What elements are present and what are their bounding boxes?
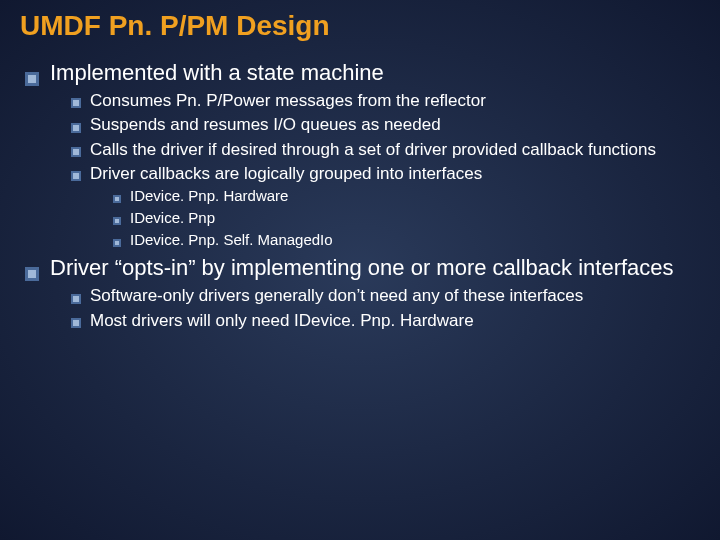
bullet-icon — [70, 93, 82, 114]
list-item: Implemented with a state machine Consume… — [50, 60, 700, 249]
bullet-icon — [70, 289, 82, 310]
bullet-icon — [70, 166, 82, 187]
bullet-list: Software-only drivers generally don’t ne… — [90, 285, 700, 331]
bullet-icon — [70, 142, 82, 163]
list-item-text: Software-only drivers generally don’t ne… — [90, 286, 583, 305]
list-item: Calls the driver if desired through a se… — [90, 139, 700, 160]
list-item-text: Driver “opts-in” by implementing one or … — [50, 255, 674, 280]
svg-rect-9 — [73, 173, 79, 179]
list-item-text: Consumes Pn. P/Power messages from the r… — [90, 91, 486, 110]
list-item: Driver callbacks are logically grouped i… — [90, 163, 700, 250]
list-item: IDevice. Pnp — [130, 209, 700, 228]
svg-rect-21 — [73, 320, 79, 326]
slide: UMDF Pn. P/PM Design Implemented with a … — [0, 0, 720, 540]
svg-rect-5 — [73, 125, 79, 131]
svg-rect-11 — [115, 197, 119, 201]
svg-rect-19 — [73, 296, 79, 302]
bullet-list: Consumes Pn. P/Power messages from the r… — [90, 90, 700, 249]
svg-rect-17 — [28, 270, 36, 278]
list-item-text: Calls the driver if desired through a se… — [90, 140, 656, 159]
list-item-text: IDevice. Pnp. Self. ManagedIo — [130, 231, 333, 248]
list-item-text: Implemented with a state machine — [50, 60, 384, 85]
list-item: Driver “opts-in” by implementing one or … — [50, 255, 700, 331]
bullet-list: Implemented with a state machine Consume… — [50, 60, 700, 331]
bullet-icon — [112, 212, 122, 231]
bullet-icon — [112, 234, 122, 253]
svg-rect-13 — [115, 219, 119, 223]
list-item: Most drivers will only need IDevice. Pnp… — [90, 310, 700, 331]
list-item: IDevice. Pnp. Self. ManagedIo — [130, 231, 700, 250]
list-item-text: IDevice. Pnp — [130, 209, 215, 226]
svg-rect-3 — [73, 100, 79, 106]
list-item: Consumes Pn. P/Power messages from the r… — [90, 90, 700, 111]
list-item-text: IDevice. Pnp. Hardware — [130, 187, 288, 204]
list-item-text: Suspends and resumes I/O queues as neede… — [90, 115, 441, 134]
bullet-icon — [112, 190, 122, 209]
bullet-list: IDevice. Pnp. Hardware IDevice. Pnp — [130, 187, 700, 249]
list-item: IDevice. Pnp. Hardware — [130, 187, 700, 206]
bullet-icon — [70, 313, 82, 334]
svg-rect-7 — [73, 149, 79, 155]
bullet-icon — [24, 67, 40, 93]
list-item: Suspends and resumes I/O queues as neede… — [90, 114, 700, 135]
list-item: Software-only drivers generally don’t ne… — [90, 285, 700, 306]
slide-title: UMDF Pn. P/PM Design — [20, 10, 700, 42]
list-item-text: Most drivers will only need IDevice. Pnp… — [90, 311, 474, 330]
svg-rect-15 — [115, 241, 119, 245]
bullet-icon — [24, 262, 40, 288]
list-item-text: Driver callbacks are logically grouped i… — [90, 164, 482, 183]
bullet-icon — [70, 118, 82, 139]
svg-rect-1 — [28, 75, 36, 83]
